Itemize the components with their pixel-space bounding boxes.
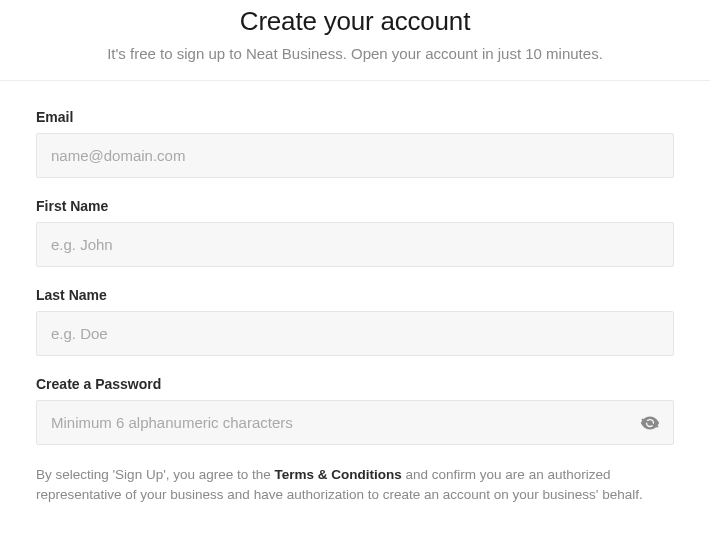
last-name-input-wrap	[36, 311, 674, 356]
email-label: Email	[36, 109, 674, 125]
password-input[interactable]	[36, 400, 674, 445]
first-name-input[interactable]	[36, 222, 674, 267]
eye-off-icon	[639, 412, 661, 434]
first-name-input-wrap	[36, 222, 674, 267]
terms-disclaimer: By selecting 'Sign Up', you agree to the…	[36, 465, 674, 504]
first-name-field-group: First Name	[36, 198, 674, 267]
terms-and-conditions-link[interactable]: Terms & Conditions	[275, 467, 402, 482]
last-name-input[interactable]	[36, 311, 674, 356]
header: Create your account It's free to sign up…	[0, 0, 710, 81]
last-name-label: Last Name	[36, 287, 674, 303]
signup-form: Email First Name Last Name Create a Pass…	[0, 81, 710, 504]
password-label: Create a Password	[36, 376, 674, 392]
email-input-wrap	[36, 133, 674, 178]
disclaimer-pre: By selecting 'Sign Up', you agree to the	[36, 467, 275, 482]
password-field-group: Create a Password	[36, 376, 674, 445]
page-title: Create your account	[20, 6, 690, 37]
page-subtitle: It's free to sign up to Neat Business. O…	[20, 45, 690, 62]
password-input-wrap	[36, 400, 674, 445]
email-input[interactable]	[36, 133, 674, 178]
toggle-password-visibility-button[interactable]	[636, 409, 664, 437]
first-name-label: First Name	[36, 198, 674, 214]
last-name-field-group: Last Name	[36, 287, 674, 356]
email-field-group: Email	[36, 109, 674, 178]
